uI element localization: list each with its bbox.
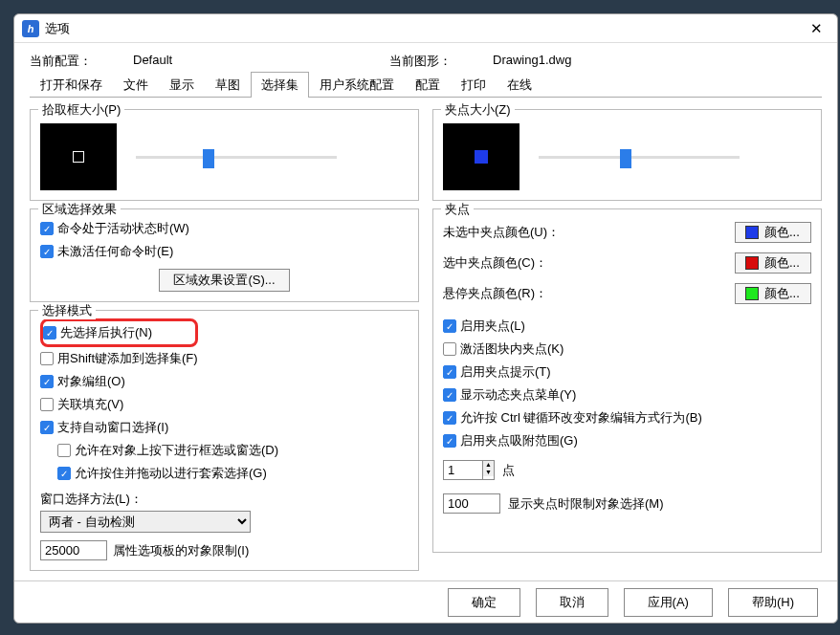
help-button[interactable]: 帮助(H) xyxy=(728,588,818,617)
window-title: 选项 xyxy=(45,20,803,37)
hover-color-button[interactable]: 颜色... xyxy=(735,283,811,304)
enable-grips-checkbox[interactable] xyxy=(443,319,456,333)
tab-user[interactable]: 用户系统配置 xyxy=(309,72,405,98)
tab-file[interactable]: 文件 xyxy=(113,72,159,98)
tab-draft[interactable]: 草图 xyxy=(205,72,251,98)
tab-print[interactable]: 打印 xyxy=(451,72,497,98)
close-button[interactable]: ✕ xyxy=(803,15,829,42)
assoc-hatch-label: 关联填充(V) xyxy=(57,396,123,413)
grip-snap-label: 启用夹点吸附范围(G) xyxy=(460,432,578,449)
pickbox-slider[interactable] xyxy=(136,145,337,168)
grip-limit-label: 显示夹点时限制对象选择(M) xyxy=(508,495,664,513)
assoc-hatch-checkbox[interactable] xyxy=(40,398,54,411)
implied-window-checkbox[interactable] xyxy=(40,421,54,434)
grips-group: 夹点 未选中夹点颜色(U)： 颜色... 选中夹点颜色(C)： 颜色... 悬停… xyxy=(432,208,822,553)
mode-title: 选择模式 xyxy=(38,302,96,319)
pickbox-title: 拾取框大小(P) xyxy=(38,101,124,119)
block-grips-label: 激活图块内夹点(K) xyxy=(460,340,564,358)
tab-profile[interactable]: 配置 xyxy=(405,72,451,98)
spinner-up-icon[interactable]: ▲ xyxy=(483,461,494,469)
shift-add-label: 用Shift键添加到选择集(F) xyxy=(57,350,198,367)
drawing-value: Drawing1.dwg xyxy=(493,53,741,70)
dyn-menu-checkbox[interactable] xyxy=(443,388,456,402)
options-dialog: h 选项 ✕ 当前配置： Default 当前图形： Drawing1.dwg … xyxy=(13,13,838,624)
region-inactive-label: 未激活任何命令时(E) xyxy=(57,243,173,260)
object-group-label: 对象编组(O) xyxy=(57,373,125,390)
titlebar: h 选项 ✕ xyxy=(14,14,837,43)
region-title: 区域选择效果 xyxy=(38,201,121,218)
cancel-button[interactable]: 取消 xyxy=(536,588,608,617)
hover-color-label: 悬停夹点颜色(R)： xyxy=(443,285,725,302)
press-drag-label: 允许在对象上按下进行框选或窗选(D) xyxy=(75,442,278,459)
spinner-down-icon[interactable]: ▼ xyxy=(483,469,494,476)
config-label: 当前配置： xyxy=(30,53,125,70)
shift-add-checkbox[interactable] xyxy=(40,352,54,365)
tab-online[interactable]: 在线 xyxy=(497,72,542,98)
lasso-label: 允许按住并拖动以进行套索选择(G) xyxy=(75,465,267,482)
region-group: 区域选择效果 命令处于活动状态时(W) 未激活任何命令时(E) 区域效果设置(S… xyxy=(30,208,419,302)
pickbox-preview xyxy=(40,123,117,190)
ctrl-cycle-label: 允许按 Ctrl 键循环改变对象编辑方式行为(B) xyxy=(460,409,702,427)
app-icon: h xyxy=(22,20,39,37)
gripsize-group: 夹点大小(Z) xyxy=(432,109,822,201)
implied-window-label: 支持自动窗口选择(I) xyxy=(57,419,168,436)
tab-selection[interactable]: 选择集 xyxy=(251,72,309,98)
apply-button[interactable]: 应用(A) xyxy=(624,588,713,617)
dyn-menu-label: 显示动态夹点菜单(Y) xyxy=(460,386,576,404)
tab-bar: 打开和保存 文件 显示 草图 选择集 用户系统配置 配置 打印 在线 xyxy=(30,72,822,98)
gripsize-title: 夹点大小(Z) xyxy=(441,101,515,119)
region-active-label: 命令处于活动状态时(W) xyxy=(57,220,189,237)
footer: 确定 取消 应用(A) 帮助(H) xyxy=(14,580,837,623)
object-group-checkbox[interactable] xyxy=(40,375,54,388)
gripsize-preview xyxy=(443,123,519,190)
ok-button[interactable]: 确定 xyxy=(448,588,520,617)
window-method-label: 窗口选择方法(L)： xyxy=(40,491,409,508)
noun-verb-label: 先选择后执行(N) xyxy=(60,324,152,341)
tab-open-save[interactable]: 打开和保存 xyxy=(30,72,113,98)
window-method-select[interactable]: 两者 - 自动检测 xyxy=(40,511,251,533)
grips-title: 夹点 xyxy=(441,201,474,218)
region-active-checkbox[interactable] xyxy=(40,222,54,235)
highlight-box: 先选择后执行(N) xyxy=(40,318,198,347)
grip-tips-checkbox[interactable] xyxy=(443,365,456,379)
grip-tips-label: 启用夹点提示(T) xyxy=(460,363,551,381)
prop-limit-label: 属性选项板的对象限制(I) xyxy=(113,542,249,559)
region-inactive-checkbox[interactable] xyxy=(40,245,54,258)
mode-group: 选择模式 先选择后执行(N) 用Shift键添加到选择集(F) 对象编组(O) … xyxy=(30,310,419,571)
enable-grips-label: 启用夹点(L) xyxy=(460,318,525,335)
block-grips-checkbox[interactable] xyxy=(443,342,456,356)
grip-snap-checkbox[interactable] xyxy=(443,434,456,448)
grip-limit-input[interactable] xyxy=(443,493,500,514)
grip-snap-spinner[interactable]: ▲▼ xyxy=(443,460,495,480)
config-value: Default xyxy=(133,53,382,70)
press-drag-checkbox[interactable] xyxy=(57,444,71,457)
sel-color-button[interactable]: 颜色... xyxy=(735,252,811,274)
unsel-color-button[interactable]: 颜色... xyxy=(735,222,811,243)
prop-limit-input[interactable] xyxy=(40,540,107,560)
tab-display[interactable]: 显示 xyxy=(159,72,205,98)
pickbox-group: 拾取框大小(P) xyxy=(30,109,419,201)
region-settings-button[interactable]: 区域效果设置(S)... xyxy=(159,269,289,292)
noun-verb-checkbox[interactable] xyxy=(43,326,56,339)
ctrl-cycle-checkbox[interactable] xyxy=(443,411,456,425)
sel-color-label: 选中夹点颜色(C)： xyxy=(443,254,725,272)
unsel-color-label: 未选中夹点颜色(U)： xyxy=(443,224,725,241)
lasso-checkbox[interactable] xyxy=(57,467,71,480)
grip-snap-unit: 点 xyxy=(502,462,515,479)
drawing-label: 当前图形： xyxy=(389,53,485,70)
gripsize-slider[interactable] xyxy=(539,145,740,168)
grip-snap-input[interactable] xyxy=(444,461,482,479)
